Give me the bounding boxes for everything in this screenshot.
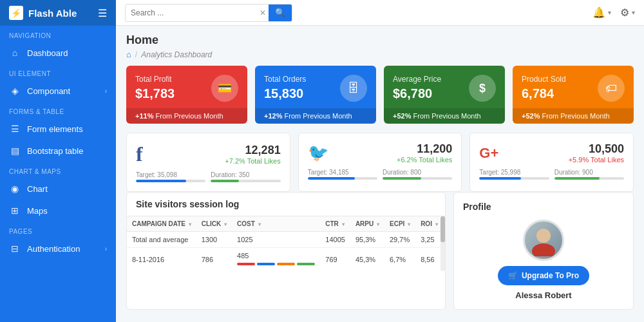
sidebar-item-label: Dashboard (27, 48, 68, 58)
sidebar-item-label: Bootstrap table (27, 146, 83, 156)
menu-toggle-icon[interactable]: ☰ (98, 7, 107, 19)
facebook-stat: 12,281 (225, 144, 280, 157)
logo-icon: ⚡ (9, 6, 23, 20)
stat-footer-text-orders: From Previous Month (285, 112, 352, 120)
cell-click-0: 1300 (196, 232, 232, 248)
search-submit-button[interactable]: 🔍 (269, 4, 292, 22)
cell-click-1: 786 (196, 248, 232, 272)
dashboard-icon: ⌂ (9, 48, 21, 58)
bell-caret-icon: ▾ (608, 9, 611, 16)
twitter-icon: 🐦 (308, 143, 328, 163)
sidebar-section-pages: Pages ⊟ Authentication › (0, 222, 116, 260)
sidebar-logo: ⚡ Flash Able (9, 6, 77, 20)
breadcrumb-path: Analytics Dashboard (141, 50, 212, 59)
form-icon: ☰ (9, 124, 21, 134)
topbar: ✕ 🔍 🔔 ▾ ⚙ ▾ (116, 0, 644, 26)
sidebar-item-chart[interactable]: ◉ Chart (0, 178, 116, 200)
section-label-pages: Pages (0, 222, 116, 238)
stat-icon-avgprice: $ (469, 75, 496, 102)
cell-arpu-0: 95,3% (350, 232, 384, 248)
sidebar-item-label: Authentication (27, 244, 80, 254)
facebook-target-label: Target: 35,098 (136, 171, 205, 178)
scrollbar-thumb (440, 216, 445, 242)
stat-pct-orders: +12% (264, 112, 282, 120)
stat-footer-text-product: From Previous Month (542, 112, 610, 120)
stat-icon-product: 🏷 (598, 75, 625, 102)
sidebar-item-form-elements[interactable]: ☰ Form elements (0, 118, 116, 140)
social-card-twitter: 🐦 11,200 +6.2% Total Likes Target: 34,18… (298, 133, 462, 192)
search-box: ✕ 🔍 (125, 4, 292, 22)
stat-icon-orders: 🗄 (340, 75, 367, 102)
sidebar-item-label: Form elements (27, 124, 83, 134)
search-clear-button[interactable]: ✕ (257, 8, 269, 17)
svg-point-1 (532, 243, 555, 256)
upgrade-to-pro-button[interactable]: 🛒 Upgrade To Pro (498, 266, 589, 285)
stat-value-product: 6,784 (522, 86, 566, 101)
twitter-stat: 11,200 (397, 142, 452, 156)
col-campaign-date: CAMPAIGN DATE ▾ (127, 216, 196, 232)
stat-card-product-sold: Product Sold 6,784 🏷 +52% From Previous … (513, 66, 634, 124)
col-arpu: ARPU ▾ (350, 216, 384, 232)
notifications-button[interactable]: 🔔 ▾ (592, 6, 611, 19)
profile-name: Alessa Robert (463, 290, 624, 300)
table-row: 8-11-2016 786 485 769 (127, 248, 445, 272)
stat-footer-text-avgprice: From Previous Month (413, 112, 481, 120)
twitter-duration-label: Duration: 800 (383, 169, 452, 176)
settings-button[interactable]: ⚙ ▾ (620, 6, 635, 19)
stat-icon-profit: 💳 (211, 75, 238, 102)
sidebar-item-bootstrap-table[interactable]: ▤ Bootstrap table (0, 140, 116, 162)
stat-card-profit: Total Profit $1,783 💳 +11% From Previous… (126, 66, 247, 124)
stat-footer-text-profit: From Previous Month (156, 112, 223, 120)
componant-icon: ◈ (9, 86, 21, 96)
cell-roi-0: 3,25 (415, 232, 443, 248)
stat-footer-product: +52% From Previous Month (513, 108, 634, 124)
section-label-ui: UI Element (0, 64, 116, 80)
col-ctr: CTR ▾ (320, 216, 350, 232)
social-cards: f 12,281 +7.2% Total Likes Target: 35,09… (126, 133, 634, 192)
stat-pct-product: +52% (522, 112, 540, 120)
main-area: ✕ 🔍 🔔 ▾ ⚙ ▾ Home ⌂ / Analytics Dashboard (116, 0, 644, 322)
bell-icon: 🔔 (592, 6, 605, 19)
stat-value-profit: $1,783 (135, 86, 175, 101)
cell-arpu-1: 45,3% (350, 248, 384, 272)
profile-title: Profile (463, 202, 624, 212)
social-card-facebook: f 12,281 +7.2% Total Likes Target: 35,09… (126, 133, 290, 192)
profile-avatar-area (463, 220, 624, 261)
stat-label-orders: Total Orders (264, 75, 306, 84)
stat-footer-avgprice: +52% From Previous Month (384, 108, 505, 124)
googleplus-stat: 10,500 (569, 142, 624, 156)
chevron-right-icon: › (105, 88, 107, 95)
cell-cost-0: 1025 (232, 232, 320, 248)
profile-card: Profile 🛒 Upgrade To Pro Alessa Robert (453, 192, 634, 310)
stat-value-orders: 15,830 (264, 86, 306, 101)
session-log-card: Site visitors session log CAMPAIGN DATE … (126, 192, 446, 310)
cart-icon: 🛒 (508, 271, 518, 280)
table-icon: ▤ (9, 146, 21, 156)
facebook-duration-label: Duration: 350 (211, 171, 280, 178)
stat-pct-avgprice: +52% (393, 112, 411, 120)
cell-ctr-0: 14005 (320, 232, 350, 248)
table-row: Total and average 1300 1025 14005 95,3% … (127, 232, 445, 248)
facebook-likes: +7.2% Total Likes (225, 157, 280, 165)
page-title: Home (126, 33, 634, 47)
topbar-right: 🔔 ▾ ⚙ ▾ (592, 6, 635, 19)
googleplus-likes: +5.9% Total Likes (569, 156, 624, 164)
col-click: CLICK ▾ (196, 216, 232, 232)
twitter-target-label: Target: 34,185 (308, 169, 377, 176)
stat-card-avgprice: Average Price $6,780 $ +52% From Previou… (384, 66, 505, 124)
googleplus-target-label: Target: 25,998 (479, 169, 549, 176)
sidebar-item-maps[interactable]: ⊞ Maps (0, 200, 116, 222)
search-input[interactable] (126, 8, 257, 17)
sidebar-item-componant[interactable]: ◈ Componant › (0, 80, 116, 102)
sidebar: ⚡ Flash Able ☰ Navigation ⌂ Dashboard UI… (0, 0, 116, 322)
session-log-table-wrapper[interactable]: CAMPAIGN DATE ▾ CLICK ▾ COST ▾ CTR ▾ ARP… (127, 216, 445, 271)
auth-icon: ⊟ (9, 243, 21, 254)
stat-value-avgprice: $6,780 (393, 86, 441, 101)
col-roi: ROI ▾ (415, 216, 443, 232)
sidebar-item-authentication[interactable]: ⊟ Authentication › (0, 238, 116, 260)
stat-pct-profit: +11% (135, 112, 153, 120)
cell-ecpi-0: 29,7% (384, 232, 415, 248)
sidebar-item-dashboard[interactable]: ⌂ Dashboard (0, 42, 116, 64)
googleplus-icon: G+ (479, 145, 498, 162)
stat-label-product: Product Sold (522, 75, 566, 84)
